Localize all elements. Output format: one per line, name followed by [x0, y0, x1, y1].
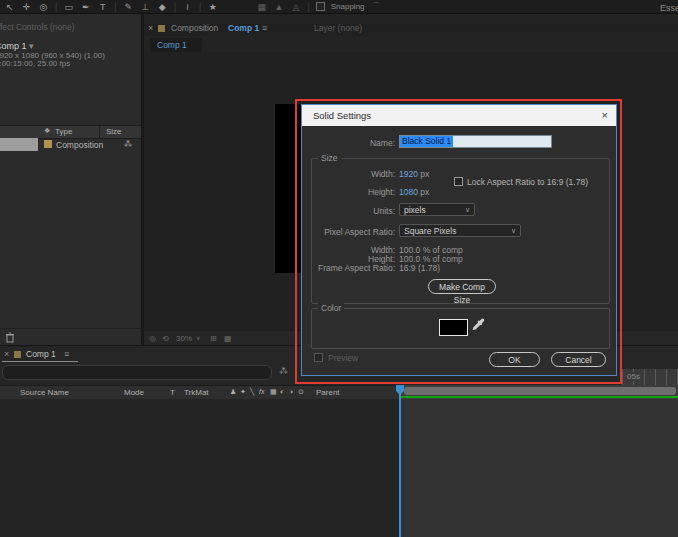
dialog-title-bar[interactable]: Solid Settings ×	[302, 105, 616, 126]
width-value-row: 1920 px	[399, 169, 429, 179]
project-row-composition[interactable]: Composition ⁂	[0, 138, 141, 151]
zoom-chevron-icon[interactable]: ∨	[196, 334, 200, 341]
time-navigator-handle[interactable]	[404, 387, 676, 395]
clone-stamp-tool-icon[interactable]: ⊥	[140, 2, 151, 12]
reset-view-icon[interactable]: ⟲	[162, 334, 169, 343]
column-parent[interactable]: Parent	[316, 388, 340, 397]
viewer-tab-strip: × Composition Comp 1 ≡ Layer (none)	[144, 20, 678, 36]
adjustment-layer-icon[interactable]: ◐	[280, 388, 284, 395]
after-effects-window: ↖ ✛ ◎ | ▭ ✒ T | ✎ ⊥ ◆ | ≀ | ★ ▦ ▲ ◬ | Sn…	[0, 0, 678, 537]
fx-icon[interactable]: fx	[259, 388, 264, 395]
roto-brush-tool-icon[interactable]: ≀	[182, 2, 193, 12]
height-unit: px	[420, 187, 429, 197]
timeline-tab[interactable]: × Comp 1 ≡	[2, 348, 78, 362]
name-label: Name:	[302, 138, 395, 148]
tag-icon[interactable]: ❖	[44, 127, 50, 135]
size-group-legend: Size	[318, 153, 341, 163]
color-swatch[interactable]	[439, 319, 468, 336]
width-label: Width:	[302, 169, 395, 179]
puppet-pin-tool-icon[interactable]: ★	[207, 2, 218, 12]
playhead-line[interactable]	[399, 385, 401, 537]
snapping-checkbox[interactable]	[316, 2, 325, 11]
workspace-label[interactable]: Esse	[660, 3, 678, 13]
solid-settings-dialog: Solid Settings × Name: Black Solid 1 Siz…	[301, 104, 617, 376]
panel-menu-icon[interactable]: ≡	[64, 349, 69, 359]
grid-guides-icon[interactable]: ⊞	[210, 334, 217, 343]
track-area[interactable]	[400, 399, 678, 537]
project-bottom-bar	[0, 328, 141, 346]
trash-icon[interactable]	[5, 332, 15, 343]
pixel-aspect-ratio-value: Square Pixels	[404, 226, 456, 236]
motion-blur-icon[interactable]: ▦	[270, 388, 277, 396]
height-value[interactable]: 1080	[399, 187, 418, 197]
lock-aspect-checkbox[interactable]	[454, 177, 463, 186]
close-icon[interactable]: ×	[148, 23, 153, 33]
name-field-selected-text: Black Solid 1	[400, 136, 453, 147]
viewer-view-tab[interactable]: Comp 1	[150, 38, 202, 53]
panel-menu-icon[interactable]: ≡	[262, 23, 267, 33]
close-icon[interactable]: ×	[4, 349, 9, 359]
pixel-aspect-ratio-dropdown[interactable]: Square Pixels ∨	[399, 224, 521, 237]
pen-tool-icon[interactable]: ✒	[80, 2, 91, 12]
height-label: Height:	[302, 187, 395, 197]
column-size[interactable]: Size	[106, 127, 122, 136]
flowchart-icon[interactable]: ⁂	[124, 140, 132, 149]
selection-tool-icon[interactable]: ↖	[4, 2, 15, 12]
workspace-mask-icon[interactable]: ◬	[290, 2, 301, 12]
quality-icon[interactable]: ◑	[289, 388, 293, 395]
shy-icon[interactable]: ♟	[230, 388, 236, 396]
workspace-grid-icon[interactable]: ▦	[256, 2, 267, 12]
3d-layer-icon[interactable]: ⊙	[298, 388, 304, 396]
hand-tool-icon[interactable]: ✛	[21, 2, 32, 12]
text-tool-icon[interactable]: T	[97, 2, 108, 12]
zoom-level-value[interactable]: 30%	[176, 334, 192, 343]
ok-button[interactable]: OK	[489, 352, 540, 367]
width-unit: px	[420, 169, 429, 179]
eraser-tool-icon[interactable]: ◆	[157, 2, 168, 12]
collapse-icon[interactable]: ✦	[240, 388, 246, 396]
preview-label: Preview	[328, 353, 358, 363]
name-field[interactable]: Black Solid 1	[399, 135, 552, 148]
comp-name-text: Comp 1	[0, 41, 27, 51]
close-icon[interactable]: ×	[602, 109, 608, 121]
chevron-down-icon[interactable]: ▾	[29, 41, 34, 51]
column-t[interactable]: T	[170, 388, 175, 397]
units-label: Units:	[302, 206, 395, 216]
column-mode[interactable]: Mode	[124, 388, 144, 397]
magnify-icon[interactable]: ◎	[149, 334, 156, 343]
brush-tool-icon[interactable]: ✎	[123, 2, 134, 12]
timeline-search-input[interactable]	[2, 365, 272, 380]
comp-flowchart-icon[interactable]: ⁂	[279, 366, 288, 376]
rectangle-tool-icon[interactable]: ▭	[63, 2, 74, 12]
lock-aspect-label: Lock Aspect Ratio to 16:9 (1.78)	[467, 177, 588, 187]
timeline-tab-label: Comp 1	[26, 349, 56, 359]
tab-layer[interactable]: Layer (none)	[314, 23, 362, 33]
column-type[interactable]: Type	[55, 127, 72, 136]
comp-black-solid[interactable]	[275, 104, 301, 273]
column-divider[interactable]	[99, 126, 100, 138]
view-tab-label: Comp 1	[157, 40, 187, 50]
tool-bar: ↖ ✛ ◎ | ▭ ✒ T | ✎ ⊥ ◆ | ≀ | ★ ▦ ▲ ◬ | Sn…	[0, 0, 678, 14]
tab-effect-controls[interactable]: Effect Controls (none)	[0, 22, 75, 32]
draft-3d-icon[interactable]: ╲	[250, 388, 254, 396]
color-group-legend: Color	[318, 303, 344, 313]
eyedropper-icon[interactable]	[472, 318, 485, 333]
make-comp-size-button[interactable]: Make Comp Size	[428, 279, 496, 294]
column-source-name[interactable]: Source Name	[20, 388, 69, 397]
units-dropdown[interactable]: pixels ∨	[399, 203, 475, 216]
column-trkmat[interactable]: TrkMat	[184, 388, 209, 397]
tab-active-comp-name[interactable]: Comp 1	[228, 23, 259, 33]
preview-checkbox[interactable]	[314, 353, 323, 362]
workspace-align-icon[interactable]: ▲	[273, 2, 284, 12]
cancel-button[interactable]: Cancel	[551, 352, 606, 367]
width-value[interactable]: 1920	[399, 169, 418, 179]
comp-name-heading[interactable]: Comp 1 ▾	[0, 41, 34, 51]
region-of-interest-icon[interactable]: ▦	[224, 334, 232, 343]
tab-composition-label[interactable]: Composition	[171, 23, 218, 33]
toolbar-separator: |	[55, 2, 57, 12]
time-ruler[interactable]: 05s	[622, 369, 678, 385]
zoom-tool-icon[interactable]: ◎	[38, 2, 49, 12]
selected-name-cell[interactable]	[0, 138, 38, 151]
snap-options-icon[interactable]: ⌒	[371, 0, 382, 13]
layer-list-area[interactable]	[0, 399, 400, 537]
